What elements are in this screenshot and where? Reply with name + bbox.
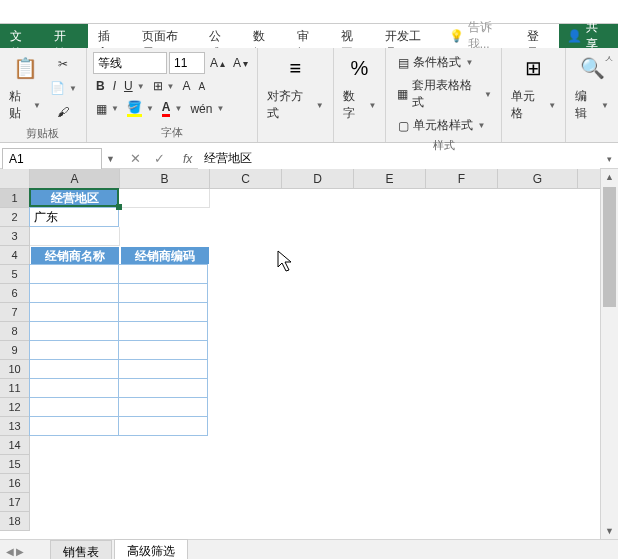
row-header[interactable]: 2 (0, 208, 30, 227)
col-header-f[interactable]: F (426, 169, 498, 188)
cell-a4[interactable]: 经销商名称 (30, 246, 120, 265)
row-header[interactable]: 5 (0, 265, 30, 284)
cell[interactable] (118, 340, 208, 360)
tab-review[interactable]: 审阅 (287, 24, 331, 48)
cell[interactable] (29, 302, 119, 322)
col-header-g[interactable]: G (498, 169, 578, 188)
select-all-corner[interactable] (0, 169, 30, 188)
increase-font-button[interactable]: A▴ (207, 54, 228, 72)
cut-button[interactable]: ✂ (52, 54, 74, 74)
scroll-up-icon[interactable]: ▲ (601, 169, 618, 185)
tell-me[interactable]: 💡告诉我... (443, 24, 520, 48)
cell[interactable] (29, 283, 119, 303)
row-header[interactable]: 14 (0, 436, 30, 455)
font-size-select[interactable] (169, 52, 205, 74)
tab-layout[interactable]: 页面布局 (132, 24, 200, 48)
cell[interactable] (120, 189, 210, 208)
cell-a2[interactable]: 广东 (29, 207, 119, 227)
namebox-caret-icon[interactable]: ▼ (102, 154, 119, 164)
align-icon[interactable]: ≡ (279, 52, 311, 84)
cell[interactable] (118, 321, 208, 341)
share-button[interactable]: 👤共享 (559, 24, 618, 48)
sheet-tab-2[interactable]: 高级筛选 (114, 539, 188, 560)
row-header[interactable]: 9 (0, 341, 30, 360)
tab-file[interactable]: 文件 (0, 24, 44, 48)
accept-formula-button[interactable]: ✓ (149, 148, 171, 170)
tab-formula[interactable]: 公式 (199, 24, 243, 48)
collapse-ribbon-icon[interactable]: ㅅ (604, 52, 614, 66)
cells-icon[interactable]: ⊞ (518, 52, 550, 84)
cell[interactable] (29, 340, 119, 360)
col-header-c[interactable]: C (210, 169, 282, 188)
cells-container[interactable]: 经营地区 广东 经销商名称 经销商编码 (30, 189, 600, 531)
row-header[interactable]: 8 (0, 322, 30, 341)
sheet-tab-1[interactable]: 销售表 (50, 540, 112, 560)
row-header[interactable]: 13 (0, 417, 30, 436)
row-header[interactable]: 1 (0, 189, 30, 208)
font-color-button[interactable]: A▼ (159, 98, 186, 119)
row-header[interactable]: 3 (0, 227, 30, 246)
cell[interactable] (118, 283, 208, 303)
scrollbar-thumb[interactable] (603, 187, 616, 307)
fill-color-button[interactable]: 🪣▼ (124, 98, 157, 119)
font-larger-button[interactable]: A (179, 77, 193, 95)
cell[interactable] (118, 397, 208, 417)
font-smaller-button[interactable]: A (196, 79, 209, 94)
cell[interactable] (118, 378, 208, 398)
fx-icon[interactable]: fx (177, 152, 198, 166)
cell[interactable] (118, 359, 208, 379)
tab-home[interactable]: 开始 (44, 24, 88, 48)
login-link[interactable]: 登录 (519, 24, 559, 48)
cell-style-button[interactable]: ▢单元格样式▼ (392, 115, 495, 136)
tab-insert[interactable]: 插入 (88, 24, 132, 48)
copy-button[interactable]: 📄▼ (46, 78, 80, 98)
number-button[interactable]: 数字▼ (340, 86, 380, 124)
cells-button[interactable]: 单元格▼ (508, 86, 559, 124)
col-header-a[interactable]: A (30, 169, 120, 188)
cell[interactable] (118, 264, 208, 284)
tab-view[interactable]: 视图 (331, 24, 375, 48)
sheet-prev-icon[interactable]: ◀ (6, 546, 14, 557)
italic-button[interactable]: I (110, 77, 119, 95)
row-header[interactable]: 6 (0, 284, 30, 303)
tab-dev[interactable]: 开发工具 (375, 24, 443, 48)
percent-icon[interactable]: % (344, 52, 376, 84)
name-box[interactable] (2, 148, 102, 170)
cell[interactable] (29, 416, 119, 436)
border-style-button[interactable]: ▦▼ (93, 100, 122, 118)
font-name-select[interactable] (93, 52, 167, 74)
paste-button[interactable]: 粘贴▼ (6, 86, 44, 124)
col-header-d[interactable]: D (282, 169, 354, 188)
vertical-scrollbar[interactable]: ▲ ▼ (600, 169, 618, 539)
row-header[interactable]: 10 (0, 360, 30, 379)
cell[interactable] (29, 378, 119, 398)
editing-button[interactable]: 编辑▼ (572, 86, 612, 124)
col-header-b[interactable]: B (120, 169, 210, 188)
cell-a1[interactable]: 经营地区 (30, 189, 120, 208)
cell[interactable] (118, 416, 208, 436)
cell[interactable] (29, 359, 119, 379)
row-header[interactable]: 12 (0, 398, 30, 417)
cell-b4[interactable]: 经销商编码 (120, 246, 210, 265)
row-header[interactable]: 16 (0, 474, 30, 493)
sheet-next-icon[interactable]: ▶ (16, 546, 24, 557)
underline-button[interactable]: U▼ (121, 77, 148, 95)
col-header-e[interactable]: E (354, 169, 426, 188)
tab-data[interactable]: 数据 (243, 24, 287, 48)
cell[interactable] (30, 227, 120, 246)
fill-handle[interactable] (116, 204, 122, 210)
cell[interactable] (29, 264, 119, 284)
row-header[interactable]: 17 (0, 493, 30, 512)
border-button[interactable]: ⊞▼ (150, 77, 178, 95)
format-painter-button[interactable]: 🖌 (52, 102, 74, 122)
paste-icon[interactable]: 📋 (9, 52, 41, 84)
cancel-formula-button[interactable]: ✕ (125, 148, 147, 170)
row-header[interactable]: 15 (0, 455, 30, 474)
cond-format-button[interactable]: ▤条件格式▼ (392, 52, 495, 73)
cell[interactable] (118, 302, 208, 322)
row-header[interactable]: 18 (0, 512, 30, 531)
row-header[interactable]: 11 (0, 379, 30, 398)
expand-formula-bar-icon[interactable]: ▾ (600, 154, 618, 164)
row-header[interactable]: 4 (0, 246, 30, 265)
align-button[interactable]: 对齐方式▼ (264, 86, 327, 124)
